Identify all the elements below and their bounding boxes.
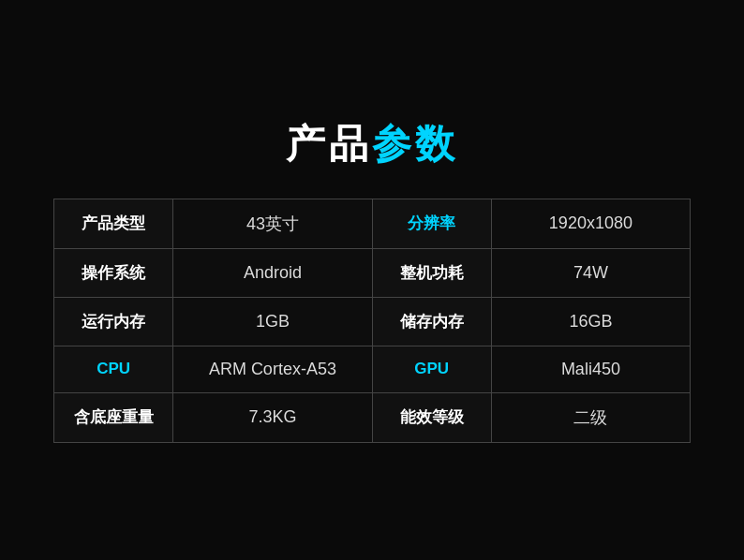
value-cell-4-1: 7.3KG: [173, 392, 372, 442]
value-cell-3-2: Mali450: [491, 346, 690, 392]
value-cell-3-1: ARM Cortex-A53: [173, 346, 372, 392]
label-cell-3-1: CPU: [54, 346, 173, 392]
value-cell-0-1: 43英寸: [173, 199, 372, 248]
value-cell-1-1: Android: [173, 248, 372, 297]
label-cell-0-2: 分辨率: [372, 199, 491, 248]
label-cell-3-2: GPU: [372, 346, 491, 392]
value-cell-1-2: 74W: [491, 248, 690, 297]
value-cell-2-2: 16GB: [491, 297, 690, 346]
label-cell-1-2: 整机功耗: [372, 248, 491, 297]
label-cell-1-1: 操作系统: [54, 248, 173, 297]
value-cell-4-2: 二级: [491, 392, 690, 442]
value-cell-2-1: 1GB: [173, 297, 372, 346]
value-cell-0-2: 1920x1080: [491, 199, 690, 248]
page-title: 产品参数: [286, 118, 458, 170]
label-cell-0-1: 产品类型: [54, 199, 173, 248]
label-cell-2-1: 运行内存: [54, 297, 173, 346]
label-cell-4-2: 能效等级: [372, 392, 491, 442]
title-part1: 产品: [286, 122, 372, 166]
title-part2: 参数: [372, 122, 458, 166]
label-cell-2-2: 储存内存: [372, 297, 491, 346]
params-table: 产品类型43英寸分辨率1920x1080操作系统Android整机功耗74W运行…: [53, 199, 691, 443]
label-cell-4-1: 含底座重量: [54, 392, 173, 442]
